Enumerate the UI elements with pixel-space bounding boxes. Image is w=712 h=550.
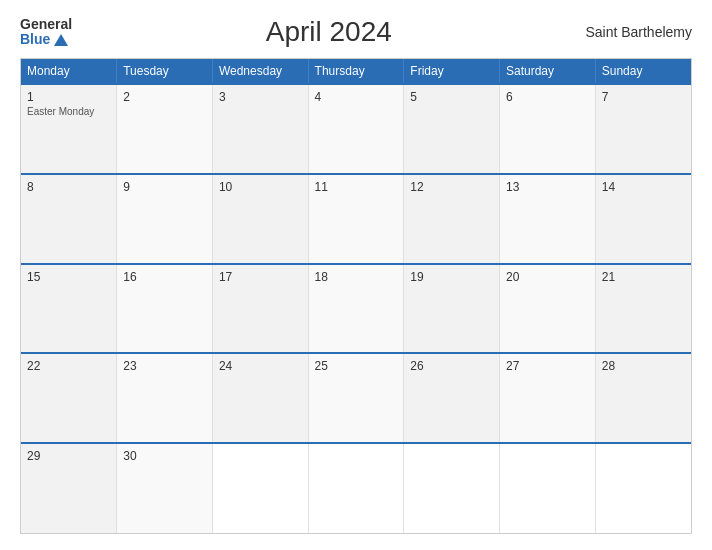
day-number: 1	[27, 90, 110, 104]
day-cell: 30	[117, 443, 213, 533]
day-cell: 17	[212, 264, 308, 354]
region-label: Saint Barthelemy	[585, 24, 692, 40]
day-number: 10	[219, 180, 302, 194]
day-cell: 27	[500, 353, 596, 443]
header-friday: Friday	[404, 59, 500, 84]
day-number: 27	[506, 359, 589, 373]
weekday-header-row: Monday Tuesday Wednesday Thursday Friday…	[21, 59, 691, 84]
day-cell	[404, 443, 500, 533]
day-number: 18	[315, 270, 398, 284]
logo: General Blue	[20, 17, 72, 48]
day-cell: 9	[117, 174, 213, 264]
day-number: 17	[219, 270, 302, 284]
day-number: 25	[315, 359, 398, 373]
day-number: 23	[123, 359, 206, 373]
day-number: 29	[27, 449, 110, 463]
logo-triangle-icon	[54, 34, 68, 46]
header-sunday: Sunday	[595, 59, 691, 84]
day-cell: 11	[308, 174, 404, 264]
day-cell: 23	[117, 353, 213, 443]
day-number: 24	[219, 359, 302, 373]
day-cell: 25	[308, 353, 404, 443]
day-cell: 18	[308, 264, 404, 354]
day-cell: 22	[21, 353, 117, 443]
day-cell: 6	[500, 84, 596, 174]
calendar: Monday Tuesday Wednesday Thursday Friday…	[20, 58, 692, 534]
day-cell: 1Easter Monday	[21, 84, 117, 174]
day-number: 20	[506, 270, 589, 284]
day-number: 6	[506, 90, 589, 104]
calendar-title: April 2024	[266, 16, 392, 48]
day-number: 30	[123, 449, 206, 463]
day-cell: 2	[117, 84, 213, 174]
header-monday: Monday	[21, 59, 117, 84]
day-cell	[500, 443, 596, 533]
day-cell: 4	[308, 84, 404, 174]
day-number: 26	[410, 359, 493, 373]
day-cell: 20	[500, 264, 596, 354]
day-cell: 24	[212, 353, 308, 443]
header-tuesday: Tuesday	[117, 59, 213, 84]
day-cell: 15	[21, 264, 117, 354]
day-cell: 3	[212, 84, 308, 174]
day-cell: 21	[595, 264, 691, 354]
day-cell: 5	[404, 84, 500, 174]
page: General Blue April 2024 Saint Barthelemy…	[0, 0, 712, 550]
day-number: 12	[410, 180, 493, 194]
day-cell: 13	[500, 174, 596, 264]
week-row-3: 15161718192021	[21, 264, 691, 354]
week-row-4: 22232425262728	[21, 353, 691, 443]
header: General Blue April 2024 Saint Barthelemy	[20, 16, 692, 48]
day-cell	[308, 443, 404, 533]
day-number: 7	[602, 90, 685, 104]
header-saturday: Saturday	[500, 59, 596, 84]
day-cell: 29	[21, 443, 117, 533]
day-cell: 16	[117, 264, 213, 354]
day-number: 13	[506, 180, 589, 194]
day-number: 3	[219, 90, 302, 104]
week-row-5: 2930	[21, 443, 691, 533]
day-number: 11	[315, 180, 398, 194]
week-row-2: 891011121314	[21, 174, 691, 264]
day-number: 5	[410, 90, 493, 104]
day-cell: 12	[404, 174, 500, 264]
day-cell	[212, 443, 308, 533]
day-cell: 14	[595, 174, 691, 264]
day-number: 9	[123, 180, 206, 194]
day-number: 22	[27, 359, 110, 373]
day-number: 4	[315, 90, 398, 104]
logo-general-text: General	[20, 17, 72, 32]
header-wednesday: Wednesday	[212, 59, 308, 84]
day-number: 16	[123, 270, 206, 284]
day-cell: 26	[404, 353, 500, 443]
day-number: 15	[27, 270, 110, 284]
holiday-label: Easter Monday	[27, 106, 110, 117]
header-thursday: Thursday	[308, 59, 404, 84]
day-number: 2	[123, 90, 206, 104]
day-number: 8	[27, 180, 110, 194]
day-cell: 28	[595, 353, 691, 443]
logo-blue-text: Blue	[20, 32, 72, 47]
day-number: 28	[602, 359, 685, 373]
day-cell: 19	[404, 264, 500, 354]
day-number: 21	[602, 270, 685, 284]
day-cell: 10	[212, 174, 308, 264]
day-cell: 8	[21, 174, 117, 264]
day-number: 14	[602, 180, 685, 194]
day-number: 19	[410, 270, 493, 284]
day-cell	[595, 443, 691, 533]
day-cell: 7	[595, 84, 691, 174]
week-row-1: 1Easter Monday234567	[21, 84, 691, 174]
